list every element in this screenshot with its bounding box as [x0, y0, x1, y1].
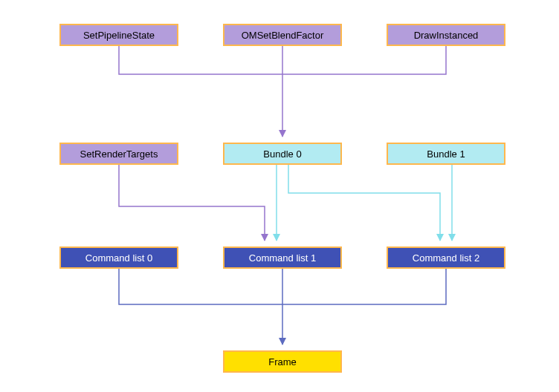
node-label: SetPipelineState	[83, 30, 155, 41]
diagram-canvas: SetPipelineState OMSetBlendFactor DrawIn…	[0, 0, 559, 392]
node-label: Command list 0	[85, 252, 152, 264]
node-bundle0: Bundle 0	[223, 143, 342, 165]
node-label: Bundle 1	[427, 148, 465, 160]
node-cmd1: Command list 1	[223, 246, 342, 269]
node-draw-instanced: DrawInstanced	[387, 24, 505, 46]
node-cmd0: Command list 0	[59, 246, 178, 269]
edges	[0, 0, 559, 392]
node-label: Command list 2	[413, 252, 479, 264]
node-label: Command list 1	[249, 252, 316, 264]
node-cmd2: Command list 2	[387, 246, 505, 269]
node-label: DrawInstanced	[414, 30, 479, 41]
node-om-set-blend-factor: OMSetBlendFactor	[223, 24, 342, 46]
node-set-pipeline-state: SetPipelineState	[59, 24, 178, 46]
node-set-render-targets: SetRenderTargets	[59, 143, 178, 165]
node-label: SetRenderTargets	[80, 148, 158, 160]
node-label: OMSetBlendFactor	[242, 30, 324, 41]
node-bundle1: Bundle 1	[387, 143, 505, 165]
node-label: Frame	[268, 356, 297, 368]
node-frame: Frame	[223, 350, 342, 373]
node-label: Bundle 0	[263, 148, 301, 160]
